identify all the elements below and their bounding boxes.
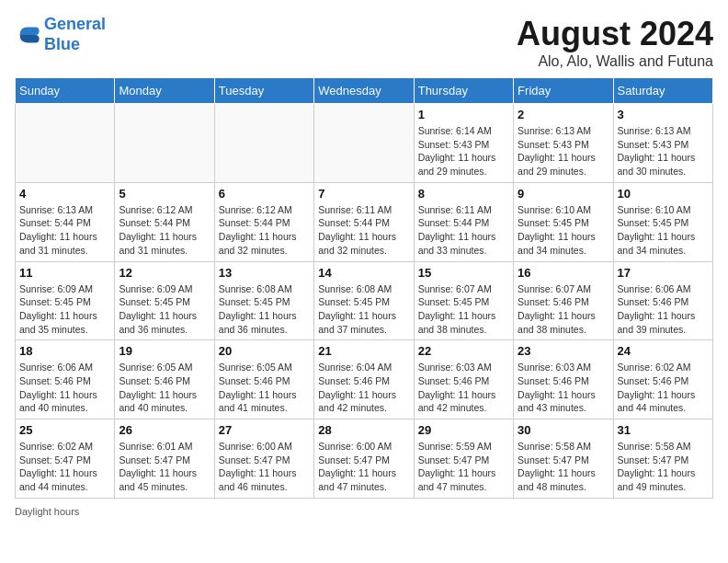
day-info: Sunrise: 6:12 AMSunset: 5:44 PMDaylight:… bbox=[219, 203, 310, 258]
day-info: Sunrise: 6:12 AMSunset: 5:44 PMDaylight:… bbox=[119, 203, 210, 258]
day-info: Sunrise: 6:13 AMSunset: 5:44 PMDaylight:… bbox=[19, 203, 110, 258]
day-info: Sunrise: 6:02 AMSunset: 5:46 PMDaylight:… bbox=[618, 361, 709, 415]
logo-icon bbox=[15, 22, 40, 48]
logo-text: General Blue bbox=[44, 15, 106, 54]
day-number: 10 bbox=[618, 187, 709, 201]
day-number: 4 bbox=[19, 187, 110, 201]
day-number: 18 bbox=[19, 344, 110, 358]
page-title: August 2024 bbox=[517, 15, 713, 53]
calendar-cell: 24Sunrise: 6:02 AMSunset: 5:46 PMDayligh… bbox=[613, 340, 712, 419]
calendar-cell: 31Sunrise: 5:58 AMSunset: 5:47 PMDayligh… bbox=[613, 419, 712, 499]
day-info: Sunrise: 6:05 AMSunset: 5:46 PMDaylight:… bbox=[119, 361, 210, 415]
day-number: 12 bbox=[119, 266, 210, 280]
day-info: Sunrise: 6:04 AMSunset: 5:46 PMDaylight:… bbox=[318, 361, 409, 415]
day-info: Sunrise: 6:13 AMSunset: 5:43 PMDaylight:… bbox=[518, 124, 609, 178]
day-info: Sunrise: 6:00 AMSunset: 5:47 PMDaylight:… bbox=[318, 440, 409, 494]
calendar-cell: 5Sunrise: 6:12 AMSunset: 5:44 PMDaylight… bbox=[115, 182, 214, 261]
day-info: Sunrise: 6:03 AMSunset: 5:46 PMDaylight:… bbox=[418, 361, 509, 415]
calendar-cell: 20Sunrise: 6:05 AMSunset: 5:46 PMDayligh… bbox=[214, 340, 313, 419]
day-info: Sunrise: 6:10 AMSunset: 5:45 PMDaylight:… bbox=[518, 203, 609, 258]
calendar-day-header: Wednesday bbox=[314, 78, 414, 104]
day-info: Sunrise: 6:11 AMSunset: 5:44 PMDaylight:… bbox=[418, 203, 509, 258]
page-header: General Blue August 2024 Alo, Alo, Walli… bbox=[15, 15, 713, 70]
calendar-week-row: 11Sunrise: 6:09 AMSunset: 5:45 PMDayligh… bbox=[16, 261, 713, 340]
calendar-cell: 1Sunrise: 6:14 AMSunset: 5:43 PMDaylight… bbox=[414, 104, 513, 183]
day-info: Sunrise: 6:01 AMSunset: 5:47 PMDaylight:… bbox=[119, 440, 210, 494]
daylight-label: Daylight hours bbox=[15, 506, 79, 517]
calendar-cell: 3Sunrise: 6:13 AMSunset: 5:43 PMDaylight… bbox=[613, 104, 712, 183]
calendar-cell: 11Sunrise: 6:09 AMSunset: 5:45 PMDayligh… bbox=[16, 261, 115, 340]
calendar-cell: 7Sunrise: 6:11 AMSunset: 5:44 PMDaylight… bbox=[314, 182, 414, 261]
calendar-cell: 21Sunrise: 6:04 AMSunset: 5:46 PMDayligh… bbox=[314, 340, 414, 419]
day-number: 24 bbox=[618, 344, 709, 358]
calendar-cell: 9Sunrise: 6:10 AMSunset: 5:45 PMDaylight… bbox=[514, 182, 613, 261]
calendar-day-header: Tuesday bbox=[214, 78, 313, 104]
day-number: 15 bbox=[418, 266, 509, 280]
footer: Daylight hours bbox=[15, 506, 713, 517]
calendar-day-header: Sunday bbox=[16, 78, 115, 104]
calendar-day-header: Friday bbox=[514, 78, 613, 104]
day-number: 3 bbox=[618, 108, 709, 121]
day-number: 25 bbox=[19, 423, 110, 437]
calendar-day-header: Saturday bbox=[613, 78, 712, 104]
day-number: 14 bbox=[318, 266, 409, 280]
calendar-cell: 26Sunrise: 6:01 AMSunset: 5:47 PMDayligh… bbox=[115, 419, 214, 499]
day-info: Sunrise: 5:58 AMSunset: 5:47 PMDaylight:… bbox=[518, 440, 609, 494]
day-number: 8 bbox=[418, 187, 509, 201]
day-info: Sunrise: 6:13 AMSunset: 5:43 PMDaylight:… bbox=[618, 124, 709, 178]
day-number: 7 bbox=[318, 187, 409, 201]
calendar-cell: 14Sunrise: 6:08 AMSunset: 5:45 PMDayligh… bbox=[314, 261, 414, 340]
day-number: 17 bbox=[618, 266, 709, 280]
day-info: Sunrise: 6:09 AMSunset: 5:45 PMDaylight:… bbox=[19, 282, 110, 337]
day-number: 23 bbox=[518, 344, 609, 358]
day-number: 30 bbox=[518, 423, 609, 437]
day-info: Sunrise: 6:08 AMSunset: 5:45 PMDaylight:… bbox=[219, 282, 310, 337]
day-number: 2 bbox=[518, 108, 609, 121]
calendar-cell: 12Sunrise: 6:09 AMSunset: 5:45 PMDayligh… bbox=[115, 261, 214, 340]
day-info: Sunrise: 6:10 AMSunset: 5:45 PMDaylight:… bbox=[618, 203, 709, 258]
calendar-cell: 16Sunrise: 6:07 AMSunset: 5:46 PMDayligh… bbox=[514, 261, 613, 340]
day-number: 13 bbox=[219, 266, 310, 280]
day-info: Sunrise: 5:58 AMSunset: 5:47 PMDaylight:… bbox=[618, 440, 709, 494]
calendar-day-header: Thursday bbox=[414, 78, 513, 104]
day-info: Sunrise: 6:07 AMSunset: 5:46 PMDaylight:… bbox=[518, 282, 609, 337]
calendar-day-header: Monday bbox=[115, 78, 214, 104]
day-number: 21 bbox=[318, 344, 409, 358]
calendar-cell bbox=[16, 104, 115, 183]
day-info: Sunrise: 6:09 AMSunset: 5:45 PMDaylight:… bbox=[119, 282, 210, 337]
calendar-week-row: 1Sunrise: 6:14 AMSunset: 5:43 PMDaylight… bbox=[16, 104, 713, 183]
calendar-cell: 10Sunrise: 6:10 AMSunset: 5:45 PMDayligh… bbox=[613, 182, 712, 261]
day-number: 27 bbox=[219, 423, 310, 437]
calendar-cell: 22Sunrise: 6:03 AMSunset: 5:46 PMDayligh… bbox=[414, 340, 513, 419]
calendar-cell: 25Sunrise: 6:02 AMSunset: 5:47 PMDayligh… bbox=[16, 419, 115, 499]
calendar-cell: 23Sunrise: 6:03 AMSunset: 5:46 PMDayligh… bbox=[514, 340, 613, 419]
day-number: 19 bbox=[119, 344, 210, 358]
calendar-cell: 18Sunrise: 6:06 AMSunset: 5:46 PMDayligh… bbox=[16, 340, 115, 419]
calendar-cell: 15Sunrise: 6:07 AMSunset: 5:45 PMDayligh… bbox=[414, 261, 513, 340]
calendar-cell: 19Sunrise: 6:05 AMSunset: 5:46 PMDayligh… bbox=[115, 340, 214, 419]
calendar-cell: 28Sunrise: 6:00 AMSunset: 5:47 PMDayligh… bbox=[314, 419, 414, 499]
day-info: Sunrise: 6:03 AMSunset: 5:46 PMDaylight:… bbox=[518, 361, 609, 415]
calendar-header-row: SundayMondayTuesdayWednesdayThursdayFrid… bbox=[16, 78, 713, 104]
day-info: Sunrise: 6:06 AMSunset: 5:46 PMDaylight:… bbox=[618, 282, 709, 337]
day-number: 11 bbox=[19, 266, 110, 280]
calendar-cell: 27Sunrise: 6:00 AMSunset: 5:47 PMDayligh… bbox=[214, 419, 313, 499]
day-number: 1 bbox=[418, 108, 509, 121]
day-number: 20 bbox=[219, 344, 310, 358]
page-subtitle: Alo, Alo, Wallis and Futuna bbox=[517, 53, 713, 70]
day-info: Sunrise: 6:07 AMSunset: 5:45 PMDaylight:… bbox=[418, 282, 509, 337]
day-number: 31 bbox=[618, 423, 709, 437]
day-info: Sunrise: 6:00 AMSunset: 5:47 PMDaylight:… bbox=[219, 440, 310, 494]
calendar-cell bbox=[214, 104, 313, 183]
calendar-cell: 6Sunrise: 6:12 AMSunset: 5:44 PMDaylight… bbox=[214, 182, 313, 261]
day-info: Sunrise: 6:11 AMSunset: 5:44 PMDaylight:… bbox=[318, 203, 409, 258]
calendar-cell: 2Sunrise: 6:13 AMSunset: 5:43 PMDaylight… bbox=[514, 104, 613, 183]
logo: General Blue bbox=[15, 15, 106, 54]
day-number: 28 bbox=[318, 423, 409, 437]
title-block: August 2024 Alo, Alo, Wallis and Futuna bbox=[517, 15, 713, 70]
calendar-week-row: 4Sunrise: 6:13 AMSunset: 5:44 PMDaylight… bbox=[16, 182, 713, 261]
day-info: Sunrise: 6:08 AMSunset: 5:45 PMDaylight:… bbox=[318, 282, 409, 337]
calendar-cell: 4Sunrise: 6:13 AMSunset: 5:44 PMDaylight… bbox=[16, 182, 115, 261]
calendar-week-row: 25Sunrise: 6:02 AMSunset: 5:47 PMDayligh… bbox=[16, 419, 713, 499]
day-number: 26 bbox=[119, 423, 210, 437]
